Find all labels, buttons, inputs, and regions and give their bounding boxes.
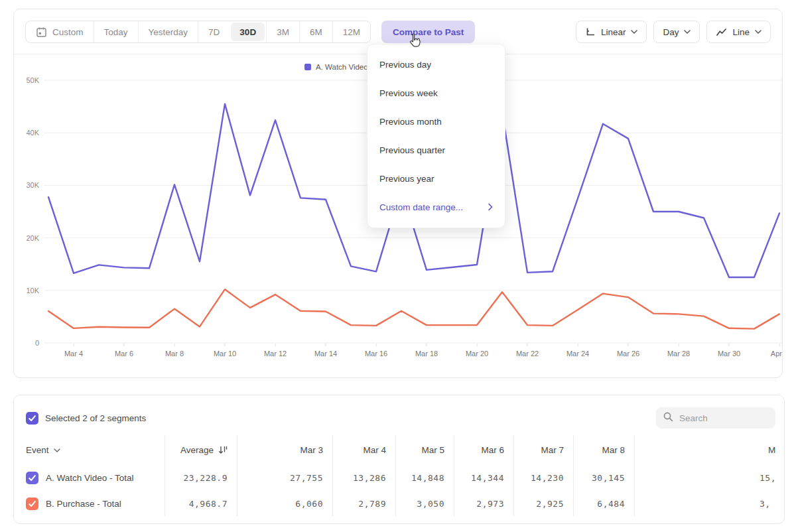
svg-text:Mar 24: Mar 24 (566, 350, 589, 358)
cell-value: 3,050 (417, 499, 444, 509)
compare-to-past-button[interactable]: Compare to Past (381, 21, 475, 43)
cell-value: 27,755 (290, 473, 323, 483)
preset-12m[interactable]: 12M (332, 21, 370, 42)
svg-text:Mar 26: Mar 26 (617, 350, 639, 358)
granularity-select-label: Day (663, 27, 679, 37)
preset-3m[interactable]: 3M (266, 21, 299, 42)
series-line-b-purchase[interactable] (48, 289, 779, 328)
scale-select-label: Linear (601, 27, 626, 37)
svg-text:30K: 30K (26, 181, 39, 189)
preset-7d[interactable]: 7D (198, 21, 230, 42)
chart-toolbar: CustomTodayYesterday7D30D3M6M12M Compare… (25, 21, 771, 43)
cell-value: 6,484 (597, 499, 625, 509)
svg-text:Mar 30: Mar 30 (718, 350, 740, 358)
preset-custom[interactable]: Custom (26, 21, 94, 42)
menu-item-previous-quarter[interactable]: Previous quarter (367, 136, 505, 165)
page: CustomTodayYesterday7D30D3M6M12M Compare… (0, 0, 796, 532)
cell-value: 3, (760, 499, 771, 509)
cell-value: 15, (760, 473, 776, 483)
cell-value: 13,286 (353, 473, 386, 483)
sort-descending-icon (218, 446, 228, 454)
chevron-down-icon (631, 30, 637, 34)
column-header-mar-6[interactable]: Mar 6 (481, 445, 504, 455)
svg-text:0: 0 (35, 339, 39, 347)
cell-value: 14,848 (411, 473, 444, 483)
menu-item-previous-week[interactable]: Previous week (367, 79, 505, 107)
granularity-select[interactable]: Day (653, 21, 700, 43)
date-preset-group: CustomTodayYesterday7D30D3M6M12M (25, 21, 371, 43)
svg-text:Mar 4: Mar 4 (64, 350, 83, 358)
preset-label: Today (104, 27, 128, 37)
chart-type-select-label: Line (732, 27, 750, 37)
svg-text:Mar 20: Mar 20 (466, 350, 488, 358)
chart-type-select[interactable]: Line (706, 21, 771, 43)
cell-value: 2,973 (476, 499, 504, 509)
menu-item-custom-date-range[interactable]: Custom date range... (367, 193, 505, 222)
table-card: Selected 2 of 2 segments Event Average M… (13, 395, 785, 524)
column-header-mar-8[interactable]: Mar 8 (602, 445, 625, 455)
row-label: B. Purchase - Total (46, 499, 121, 509)
svg-text:Apr 1: Apr 1 (771, 350, 783, 358)
svg-text:Mar 12: Mar 12 (264, 350, 287, 358)
preset-label: 7D (208, 27, 220, 37)
cell-value: 14,344 (471, 473, 504, 483)
table-row-b-purchase-total: B. Purchase - Total4,968.76,0602,7893,05… (14, 491, 785, 516)
svg-text:Mar 18: Mar 18 (415, 350, 438, 358)
cursor-pointer-icon (406, 33, 422, 50)
svg-text:20K: 20K (26, 234, 39, 242)
column-header-mar-7[interactable]: Mar 7 (541, 445, 564, 455)
cell-value: 14,230 (531, 473, 564, 483)
preset-label: 30D (239, 27, 256, 37)
svg-text:40K: 40K (26, 129, 39, 137)
column-header-m[interactable]: M (768, 445, 775, 455)
search-input[interactable] (679, 413, 759, 423)
table-row-a-watch-video-total: A. Watch Video - Total23,228.927,75513,2… (14, 465, 785, 491)
selected-count-label: Selected 2 of 2 segments (45, 413, 146, 423)
svg-text:Mar 6: Mar 6 (115, 350, 133, 358)
preset-6m[interactable]: 6M (299, 21, 332, 42)
svg-text:Mar 28: Mar 28 (667, 350, 690, 358)
preset-label: 3M (277, 27, 289, 37)
line-chart-icon (716, 27, 727, 37)
column-header-mar-4[interactable]: Mar 4 (363, 445, 386, 455)
data-table: Event Average Mar 3Mar 4Mar 5Mar 6Mar 7M… (14, 435, 785, 516)
preset-label: 6M (310, 27, 322, 37)
chevron-down-icon (684, 30, 691, 34)
select-all-checkbox[interactable] (26, 412, 38, 425)
chevron-down-icon (755, 30, 762, 34)
column-header-mar-3[interactable]: Mar 3 (300, 445, 323, 455)
svg-text:Mar 10: Mar 10 (214, 350, 236, 358)
search-icon (663, 411, 674, 425)
svg-text:Mar 16: Mar 16 (365, 350, 387, 358)
cell-value: 2,925 (536, 499, 564, 509)
menu-item-previous-day[interactable]: Previous day (367, 50, 505, 79)
chevron-right-icon (488, 202, 493, 212)
cell-value: 30,145 (592, 473, 625, 483)
preset-label: Yesterday (149, 27, 188, 37)
svg-text:10K: 10K (26, 287, 39, 295)
menu-item-previous-year[interactable]: Previous year (367, 165, 505, 193)
cell-value: 4,968.7 (189, 499, 228, 509)
search-box[interactable] (656, 407, 775, 429)
preset-30d[interactable]: 30D (231, 23, 265, 41)
row-checkbox[interactable] (26, 498, 38, 510)
preset-label: 12M (343, 27, 360, 37)
svg-text:Mar 22: Mar 22 (516, 350, 539, 358)
calendar-icon (36, 27, 47, 38)
row-label: A. Watch Video - Total (46, 473, 134, 483)
scale-select[interactable]: Linear (576, 21, 647, 43)
preset-yesterday[interactable]: Yesterday (138, 21, 198, 42)
column-header-event[interactable]: Event (26, 445, 60, 455)
row-checkbox[interactable] (26, 472, 38, 484)
svg-text:Mar 14: Mar 14 (314, 350, 337, 358)
preset-today[interactable]: Today (94, 21, 138, 42)
segments-header-row: Selected 2 of 2 segments (26, 407, 775, 429)
cell-value: 23,228.9 (183, 473, 228, 483)
cell-value: 6,060 (295, 499, 323, 509)
cell-value: 2,789 (358, 499, 386, 509)
preset-label: Custom (52, 27, 84, 37)
menu-item-previous-month[interactable]: Previous month (367, 107, 505, 136)
column-header-average[interactable]: Average (180, 445, 228, 455)
svg-text:Mar 8: Mar 8 (165, 350, 184, 358)
column-header-mar-5[interactable]: Mar 5 (421, 445, 444, 455)
